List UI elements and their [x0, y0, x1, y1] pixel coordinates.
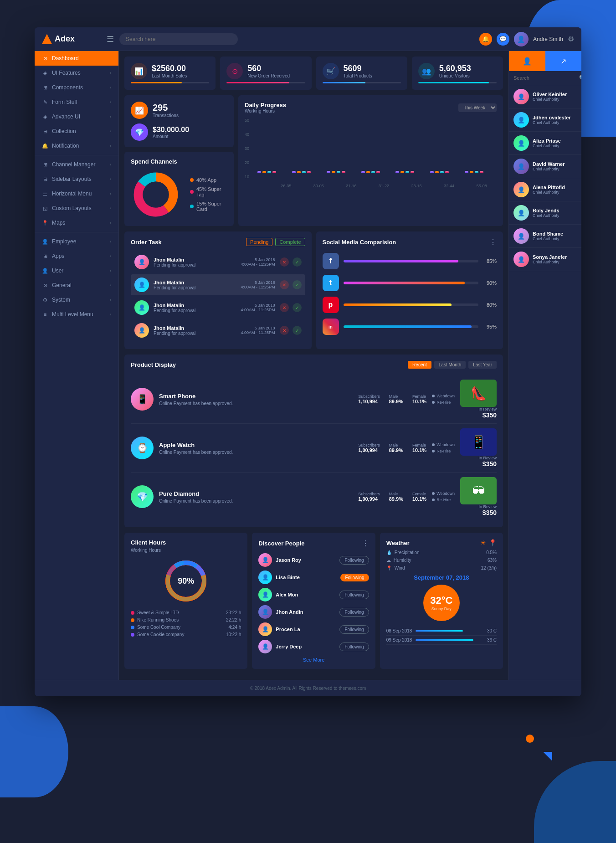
discover-people-title: Discover People — [258, 540, 304, 547]
approve-button[interactable]: ✓ — [293, 303, 302, 312]
sidebar-item-custom-layouts[interactable]: ◱ Custom Layouts › — [35, 201, 118, 216]
share-tab[interactable]: ↗ — [545, 51, 582, 71]
logo-icon — [42, 34, 52, 44]
pending-tab[interactable]: Pending — [246, 238, 272, 246]
week-selector[interactable]: This Week — [458, 103, 497, 112]
chevron-right-icon: › — [110, 144, 111, 148]
right-panel-tabs: 👤 ↗ — [509, 51, 581, 71]
discover-avatar: 👤 — [258, 640, 272, 653]
chevron-right-icon: › — [110, 114, 111, 119]
approve-button[interactable]: ✓ — [293, 280, 302, 289]
discover-avatar: 👤 — [258, 571, 272, 584]
social-menu-icon[interactable]: ⋮ — [489, 238, 497, 247]
tab-recent[interactable]: Recent — [408, 361, 431, 369]
tab-last-year[interactable]: Last Year — [468, 361, 497, 369]
product-subscribers: 1,00,994 — [358, 496, 380, 502]
avatar[interactable]: 👤 — [514, 32, 529, 46]
visitors-icon: 👥 — [418, 63, 435, 79]
contact-item[interactable]: 👤 Aliza Priase Chief Authority — [509, 132, 581, 155]
hamburger-icon[interactable]: ☰ — [107, 34, 114, 44]
apps-icon: ⊞ — [42, 253, 48, 259]
precipitation-icon: 💧 — [386, 550, 392, 555]
sidebar-item-user[interactable]: 👤 User › — [35, 263, 118, 278]
reject-button[interactable]: ✕ — [280, 280, 289, 289]
logo: Adex — [42, 34, 101, 44]
follow-button[interactable]: Following — [339, 643, 369, 651]
see-more-link[interactable]: See More — [258, 657, 369, 663]
contact-role: Chief Authority — [533, 144, 577, 148]
legend-super-tag: 45% Super Tag — [196, 186, 227, 197]
sidebar-item-form-stuff[interactable]: ✎ Form Stuff › — [35, 95, 118, 109]
product-sub: Online Payment has been approved. — [159, 450, 353, 455]
sidebar-item-ui-features[interactable]: ◈ UI Features › — [35, 66, 118, 80]
components-icon: ⊞ — [42, 85, 48, 91]
transactions-count: 295 — [153, 103, 179, 113]
user-icon: 👤 — [42, 268, 48, 274]
sidebar-item-apps[interactable]: ⊞ Apps › — [35, 249, 118, 263]
discover-menu-icon[interactable]: ⋮ — [362, 539, 369, 548]
stat-card-sales: 📊 $2560.00 Last Month Sales — [124, 57, 216, 90]
discover-avatar: 👤 — [258, 605, 272, 619]
contact-item[interactable]: 👤 David Warner Chief Authority — [509, 155, 581, 178]
footer-text: © 2018 Adex Admin. All Rights Reserved t… — [250, 686, 366, 691]
sidebar-item-multi-level-menu[interactable]: ≡ Multi Level Menu › — [35, 307, 118, 322]
tab-last-month[interactable]: Last Month — [434, 361, 466, 369]
contact-item[interactable]: 👤 Jdhen ovalester Chief Authority — [509, 108, 581, 132]
sidebar-item-horizontal-menu[interactable]: ☰ Horizontal Menu › — [35, 186, 118, 201]
ui-features-icon: ◈ — [42, 70, 48, 76]
product-row: 💎 Pure Diamond Online Payment has been a… — [131, 473, 497, 521]
contact-item[interactable]: 👤 Sonya Janefer Chief Authority — [509, 248, 581, 271]
reject-button[interactable]: ✕ — [280, 257, 289, 267]
sidebar-item-components[interactable]: ⊞ Components › — [35, 80, 118, 95]
follow-button[interactable]: Following — [339, 556, 369, 565]
approve-button[interactable]: ✓ — [293, 257, 302, 267]
sidebar-item-sidebar-layouts[interactable]: ⊟ Sidebar Layouts › — [35, 172, 118, 186]
order-name: Jhon Matalin — [154, 257, 236, 262]
approve-button[interactable]: ✓ — [293, 326, 302, 335]
sidebar-item-system[interactable]: ⚙ System › — [35, 293, 118, 307]
nav-chat-button[interactable]: 💬 — [497, 33, 509, 46]
follow-button[interactable]: Following — [339, 591, 369, 599]
custom-layouts-icon: ◱ — [42, 206, 48, 211]
sidebar-item-notification[interactable]: 🔔 Notification › — [35, 139, 118, 153]
reject-button[interactable]: ✕ — [280, 326, 289, 335]
chevron-right-icon: › — [110, 254, 111, 258]
contact-name: Boly Jends — [533, 208, 577, 213]
contact-item[interactable]: 👤 Oliver Keinifer Chief Authority — [509, 85, 581, 108]
contact-name: Bond Shame — [533, 231, 577, 236]
product-avatar: 💎 — [131, 485, 154, 508]
product-price: $350 — [460, 509, 497, 516]
notification-bell-button[interactable]: 🔔 — [479, 33, 492, 46]
sidebar-item-maps[interactable]: 📍 Maps › — [35, 216, 118, 230]
gear-icon[interactable]: ⚙ — [568, 35, 574, 43]
weather-title: Weather — [386, 540, 410, 546]
follow-button[interactable]: Following — [340, 574, 369, 581]
stat-card-products: 🛒 5609 Total Products — [316, 57, 407, 90]
contact-item[interactable]: 👤 Boly Jends Chief Authority — [509, 201, 581, 225]
sidebar-item-label: Apps — [52, 253, 64, 259]
contact-item[interactable]: 👤 Alena Pittofid Chief Authority — [509, 178, 581, 201]
weather-forecast: 08 Sep 2018 30 C 09 Sep 2018 36 C — [386, 627, 497, 645]
discover-avatar: 👤 — [258, 588, 272, 601]
sidebar-item-dashboard[interactable]: ⊙ Dashboard — [35, 51, 118, 66]
sidebar-item-label: Dashboard — [52, 55, 79, 62]
contact-name: Aliza Priase — [533, 138, 577, 144]
sidebar-item-employee[interactable]: 👤 Employee › — [35, 234, 118, 249]
contact-role: Chief Authority — [533, 260, 577, 264]
reject-button[interactable]: ✕ — [280, 303, 289, 312]
wind-value: 12 (3/h) — [481, 565, 497, 571]
sidebar-item-collection[interactable]: ⊟ Collection › — [35, 124, 118, 139]
chevron-right-icon: › — [110, 239, 111, 244]
sidebar-item-general[interactable]: ⊙ General › — [35, 278, 118, 293]
sidebar-item-channel-manager[interactable]: ⊞ Channel Manager › — [35, 157, 118, 172]
search-input[interactable] — [119, 33, 238, 45]
discover-person: 👤 Jhon Andin Following — [258, 605, 369, 619]
discover-person: 👤 Procen La Following — [258, 622, 369, 636]
right-search-input[interactable] — [513, 75, 576, 81]
follow-button[interactable]: Following — [339, 608, 369, 617]
follow-button[interactable]: Following — [339, 625, 369, 634]
complete-tab[interactable]: Complete — [275, 238, 305, 246]
sidebar-item-advance-ui[interactable]: ◈ Advance UI › — [35, 109, 118, 124]
contact-item[interactable]: 👤 Bond Shame Chief Authority — [509, 225, 581, 248]
contacts-tab[interactable]: 👤 — [509, 51, 545, 71]
